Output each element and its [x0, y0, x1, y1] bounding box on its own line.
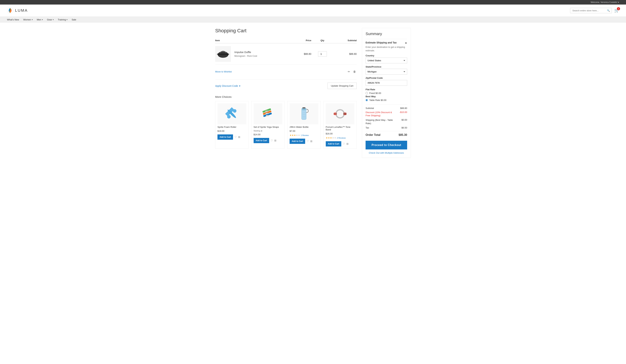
estimate-desc: Enter your destination to get a shipping…	[366, 45, 407, 52]
search-button[interactable]: 🔍	[605, 8, 612, 13]
compare-icon-2[interactable]: ⊞	[310, 140, 313, 143]
compare-icon-0[interactable]: ⊞	[238, 136, 240, 139]
search-box: 🔍	[570, 8, 612, 13]
svg-rect-20	[266, 113, 269, 114]
nav-training-arrow: ▾	[67, 19, 67, 21]
luma-logo-icon[interactable]	[7, 7, 13, 14]
topbar-dropdown-arrow[interactable]: ▾	[618, 1, 619, 3]
product-name-0: Sprite Foam Roller	[217, 126, 246, 128]
product-price-0: $19.00	[217, 130, 246, 132]
logo-area: LUMA	[7, 7, 28, 14]
item-image	[215, 46, 231, 62]
item-price-cell: $88.80	[292, 43, 311, 65]
product-thumb-2	[290, 103, 318, 124]
item-subtotal: $88.80	[349, 53, 357, 55]
wishlist-icon-1[interactable]: ♡	[271, 139, 273, 142]
shipping-options: Flat Rate Fixed $0.00 Best Way Table Rat…	[366, 88, 407, 102]
col-header-subtotal: Subtotal	[334, 38, 357, 43]
flat-rate-radio[interactable]	[366, 92, 368, 94]
welcome-text[interactable]: Welcome, Veronica Costello!	[590, 1, 617, 3]
nav-item-whats-new[interactable]: What's New	[7, 18, 19, 21]
item-subtotal-cell: $88.80	[334, 43, 357, 65]
tax-value: $6.50	[401, 126, 407, 129]
zip-input[interactable]	[366, 80, 407, 86]
product-price-2: $7.00	[290, 130, 318, 132]
review-count-3[interactable]: 2 Reviews	[337, 137, 346, 139]
estimate-section: Estimate Shipping and Tax ▲ Enter your d…	[366, 39, 407, 102]
order-total-label: Order Total	[366, 133, 380, 137]
compare-icon-3[interactable]: ⊞	[346, 142, 349, 146]
move-to-wishlist-link[interactable]: Move to Wishlist	[215, 70, 232, 73]
estimate-chevron-icon: ▲	[405, 41, 407, 44]
svg-rect-34	[336, 113, 336, 115]
country-select[interactable]: United States	[366, 58, 407, 63]
tax-label: Tax	[366, 126, 369, 129]
product-price-3: $16.00	[326, 132, 354, 135]
proceed-to-checkout-button[interactable]: Proceed to Checkout	[366, 141, 407, 149]
multiple-addresses-link[interactable]: Check Out with Multiple Addresses	[366, 151, 407, 154]
cart-icon-wrapper[interactable]: 🛒 1	[614, 8, 619, 13]
card-actions-0: Add to Cart ♡ ⊞	[217, 134, 246, 140]
main-nav: What's New Women ▾ Men ▾ Gear ▾ Training…	[0, 17, 626, 23]
tax-row: Tax $6.50	[366, 126, 407, 129]
svg-point-4	[222, 51, 224, 52]
header: LUMA 🔍 🛒 1	[0, 4, 626, 17]
item-option: Monogram : Roni Cost	[235, 55, 292, 57]
summary-title: Summary	[366, 32, 407, 36]
item-actions-cell: Move to Wishlist ✏ 🗑	[215, 65, 357, 80]
shipping-value: $0.00	[401, 118, 407, 125]
svg-rect-33	[344, 113, 344, 115]
nav-item-sale[interactable]: Sale	[72, 18, 76, 21]
item-price: $88.80	[304, 53, 311, 55]
nav-item-training[interactable]: Training ▾	[58, 18, 67, 21]
discount-code-toggle[interactable]: Apply Discount Code ▾	[215, 84, 240, 87]
wishlist-icon-0[interactable]: ♡	[235, 136, 237, 139]
product-price-1: $14.00	[254, 133, 282, 136]
best-way-label: Best Way	[366, 95, 407, 98]
summary-area: Summary Estimate Shipping and Tax ▲ Ente…	[362, 28, 411, 158]
estimate-header[interactable]: Estimate Shipping and Tax ▲	[366, 39, 407, 45]
flat-rate-label: Flat Rate	[366, 88, 407, 91]
col-header-item: Item	[215, 38, 292, 43]
country-form-group: Country United States	[366, 54, 407, 63]
svg-rect-24	[303, 107, 306, 109]
add-to-cart-button-0[interactable]: Add to Cart	[217, 134, 233, 140]
search-input[interactable]	[570, 8, 605, 13]
best-way-option: Table Rate $0.00	[366, 99, 407, 102]
country-label: Country	[366, 54, 407, 57]
col-header-qty: Qty	[311, 38, 333, 43]
subtotal-value: $88.80	[400, 107, 407, 109]
order-total-value: $85.30	[399, 133, 407, 137]
product-name-2: Affirm Water Bottle	[290, 126, 318, 128]
wishlist-icon-2[interactable]: ♡	[307, 140, 309, 143]
nav-item-men[interactable]: Men ▾	[37, 18, 43, 21]
update-cart-button[interactable]: Update Shopping Cart	[327, 83, 357, 89]
qty-input[interactable]	[318, 51, 327, 57]
product-thumb-3	[326, 103, 354, 124]
state-select[interactable]: Michigan	[366, 69, 407, 74]
review-count-2[interactable]: 1 Review	[301, 134, 309, 136]
zip-form-group: Zip/Postal Code	[366, 77, 407, 86]
subtotal-row: Subtotal $88.80	[366, 107, 407, 109]
order-total-row: Order Total $85.30	[366, 131, 407, 137]
card-actions-3: Add to Cart ♡ ⊞	[326, 141, 354, 146]
delete-item-button[interactable]: 🗑	[352, 69, 357, 74]
page-title: Shopping Cart	[215, 28, 357, 34]
wishlist-icon-3[interactable]: ♡	[343, 142, 345, 146]
logo-text[interactable]: LUMA	[15, 8, 28, 13]
add-to-cart-button-3[interactable]: Add to Cart	[326, 141, 341, 146]
nav-item-women[interactable]: Women ▾	[23, 18, 33, 21]
state-form-group: State/Province Michigan	[366, 66, 407, 74]
add-to-cart-button-2[interactable]: Add to Cart	[290, 139, 305, 144]
list-item: Affirm Water Bottle $7.00 ★★★★★ 1 Review…	[287, 101, 321, 149]
nav-item-gear[interactable]: Gear ▾	[47, 18, 54, 21]
edit-item-button[interactable]: ✏	[347, 69, 351, 74]
item-actions-row: Move to Wishlist ✏ 🗑	[215, 65, 357, 80]
estimate-header-title: Estimate Shipping and Tax	[366, 41, 397, 44]
flat-rate-option: Fixed $0.00	[366, 92, 407, 94]
compare-icon-1[interactable]: ⊞	[274, 139, 276, 142]
add-to-cart-button-1[interactable]: Add to Cart	[254, 138, 269, 143]
best-way-radio[interactable]	[366, 99, 368, 101]
summary-totals: Subtotal $88.80 Discount (10% Discount &…	[366, 104, 407, 137]
list-item: Set of Sprite Yoga Straps Starting at $1…	[251, 101, 285, 149]
